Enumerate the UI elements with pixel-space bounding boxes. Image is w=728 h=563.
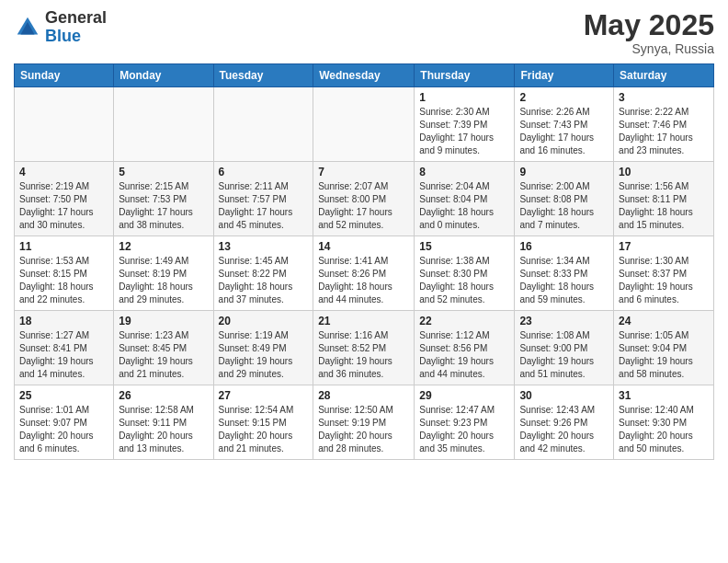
day-info: Sunrise: 1:01 AM Sunset: 9:07 PM Dayligh… [19,404,108,455]
day-number: 15 [419,240,509,253]
day-info: Sunrise: 12:47 AM Sunset: 9:23 PM Daylig… [419,404,509,455]
day-cell: 3Sunrise: 2:22 AM Sunset: 7:46 PM Daylig… [614,87,714,162]
day-info: Sunrise: 2:15 AM Sunset: 7:53 PM Dayligh… [119,180,208,232]
day-number: 5 [119,166,208,178]
day-cell: 25Sunrise: 1:01 AM Sunset: 9:07 PM Dayli… [15,385,114,460]
day-number: 14 [318,240,409,253]
day-number: 11 [19,240,108,253]
day-number: 17 [619,240,709,253]
day-number: 8 [419,166,509,178]
logo-blue: Blue [45,28,107,46]
calendar-header: SundayMondayTuesdayWednesdayThursdayFrid… [15,64,714,87]
day-number: 24 [619,315,709,327]
calendar-body: 1Sunrise: 2:30 AM Sunset: 7:39 PM Daylig… [15,87,714,460]
day-cell: 26Sunrise: 12:58 AM Sunset: 9:11 PM Dayl… [114,385,213,460]
day-number: 30 [519,389,609,402]
day-cell: 8Sunrise: 2:04 AM Sunset: 8:04 PM Daylig… [415,162,515,236]
day-number: 29 [419,389,509,402]
day-info: Sunrise: 12:54 AM Sunset: 9:15 PM Daylig… [219,404,309,455]
day-cell: 12Sunrise: 1:49 AM Sunset: 8:19 PM Dayli… [114,236,213,311]
day-cell: 31Sunrise: 12:40 AM Sunset: 9:30 PM Dayl… [614,385,714,460]
day-number: 18 [19,315,108,327]
week-row-2: 4Sunrise: 2:19 AM Sunset: 7:50 PM Daylig… [15,162,714,236]
day-number: 21 [318,315,409,327]
day-info: Sunrise: 1:30 AM Sunset: 8:37 PM Dayligh… [619,255,709,306]
day-number: 7 [318,166,409,178]
header: General Blue May 2025 Synya, Russia [14,9,714,56]
header-cell-wednesday: Wednesday [313,64,415,87]
day-info: Sunrise: 12:50 AM Sunset: 9:19 PM Daylig… [318,404,409,455]
day-info: Sunrise: 1:34 AM Sunset: 8:33 PM Dayligh… [519,255,609,306]
day-number: 16 [519,240,609,253]
month-title: May 2025 [584,9,714,41]
week-row-4: 18Sunrise: 1:27 AM Sunset: 8:41 PM Dayli… [15,311,714,385]
title-block: May 2025 Synya, Russia [584,9,714,56]
header-cell-saturday: Saturday [614,64,714,87]
day-cell: 4Sunrise: 2:19 AM Sunset: 7:50 PM Daylig… [15,162,114,236]
day-cell: 14Sunrise: 1:41 AM Sunset: 8:26 PM Dayli… [313,236,415,311]
day-number: 26 [119,389,208,402]
day-cell [114,87,213,162]
day-info: Sunrise: 2:19 AM Sunset: 7:50 PM Dayligh… [19,180,108,232]
day-cell: 18Sunrise: 1:27 AM Sunset: 8:41 PM Dayli… [15,311,114,385]
logo-icon [14,14,41,41]
day-cell [15,87,114,162]
location: Synya, Russia [584,41,714,56]
day-number: 13 [219,240,309,253]
day-cell: 15Sunrise: 1:38 AM Sunset: 8:30 PM Dayli… [415,236,515,311]
day-cell: 16Sunrise: 1:34 AM Sunset: 8:33 PM Dayli… [515,236,614,311]
day-number: 6 [219,166,309,178]
week-row-1: 1Sunrise: 2:30 AM Sunset: 7:39 PM Daylig… [15,87,714,162]
header-cell-friday: Friday [515,64,614,87]
day-cell: 19Sunrise: 1:23 AM Sunset: 8:45 PM Dayli… [114,311,213,385]
day-number: 27 [219,389,309,402]
day-number: 31 [619,389,709,402]
header-cell-monday: Monday [114,64,213,87]
header-cell-sunday: Sunday [15,64,114,87]
day-info: Sunrise: 2:07 AM Sunset: 8:00 PM Dayligh… [318,180,409,232]
day-number: 4 [19,166,108,178]
day-number: 22 [419,315,509,327]
day-info: Sunrise: 2:00 AM Sunset: 8:08 PM Dayligh… [519,180,609,232]
day-number: 20 [219,315,309,327]
day-number: 1 [419,91,509,104]
day-number: 28 [318,389,409,402]
day-cell: 24Sunrise: 1:05 AM Sunset: 9:04 PM Dayli… [614,311,714,385]
day-cell: 27Sunrise: 12:54 AM Sunset: 9:15 PM Dayl… [213,385,313,460]
day-cell: 2Sunrise: 2:26 AM Sunset: 7:43 PM Daylig… [515,87,614,162]
day-cell: 29Sunrise: 12:47 AM Sunset: 9:23 PM Dayl… [415,385,515,460]
day-cell: 17Sunrise: 1:30 AM Sunset: 8:37 PM Dayli… [614,236,714,311]
day-cell: 1Sunrise: 2:30 AM Sunset: 7:39 PM Daylig… [415,87,515,162]
day-info: Sunrise: 2:30 AM Sunset: 7:39 PM Dayligh… [419,106,509,157]
day-info: Sunrise: 1:45 AM Sunset: 8:22 PM Dayligh… [219,255,309,306]
day-number: 3 [619,91,709,104]
day-info: Sunrise: 12:58 AM Sunset: 9:11 PM Daylig… [119,404,208,455]
day-info: Sunrise: 1:12 AM Sunset: 8:56 PM Dayligh… [419,329,509,381]
day-info: Sunrise: 1:19 AM Sunset: 8:49 PM Dayligh… [219,329,309,381]
day-cell: 23Sunrise: 1:08 AM Sunset: 9:00 PM Dayli… [515,311,614,385]
day-info: Sunrise: 1:05 AM Sunset: 9:04 PM Dayligh… [619,329,709,381]
day-cell: 20Sunrise: 1:19 AM Sunset: 8:49 PM Dayli… [213,311,313,385]
calendar-table: SundayMondayTuesdayWednesdayThursdayFrid… [14,63,714,460]
day-cell: 9Sunrise: 2:00 AM Sunset: 8:08 PM Daylig… [515,162,614,236]
day-cell: 11Sunrise: 1:53 AM Sunset: 8:15 PM Dayli… [15,236,114,311]
day-info: Sunrise: 1:41 AM Sunset: 8:26 PM Dayligh… [318,255,409,306]
day-cell: 21Sunrise: 1:16 AM Sunset: 8:52 PM Dayli… [313,311,415,385]
page-container: General Blue May 2025 Synya, Russia Sund… [0,0,728,469]
day-cell: 13Sunrise: 1:45 AM Sunset: 8:22 PM Dayli… [213,236,313,311]
day-info: Sunrise: 12:40 AM Sunset: 9:30 PM Daylig… [619,404,709,455]
header-cell-thursday: Thursday [415,64,515,87]
day-info: Sunrise: 1:08 AM Sunset: 9:00 PM Dayligh… [519,329,609,381]
logo-text: General Blue [45,9,107,46]
day-info: Sunrise: 1:49 AM Sunset: 8:19 PM Dayligh… [119,255,208,306]
day-cell: 10Sunrise: 1:56 AM Sunset: 8:11 PM Dayli… [614,162,714,236]
day-number: 10 [619,166,709,178]
header-cell-tuesday: Tuesday [213,64,313,87]
header-row: SundayMondayTuesdayWednesdayThursdayFrid… [15,64,714,87]
day-info: Sunrise: 1:16 AM Sunset: 8:52 PM Dayligh… [318,329,409,381]
day-info: Sunrise: 2:04 AM Sunset: 8:04 PM Dayligh… [419,180,509,232]
day-cell [313,87,415,162]
week-row-5: 25Sunrise: 1:01 AM Sunset: 9:07 PM Dayli… [15,385,714,460]
day-cell [213,87,313,162]
day-info: Sunrise: 1:53 AM Sunset: 8:15 PM Dayligh… [19,255,108,306]
